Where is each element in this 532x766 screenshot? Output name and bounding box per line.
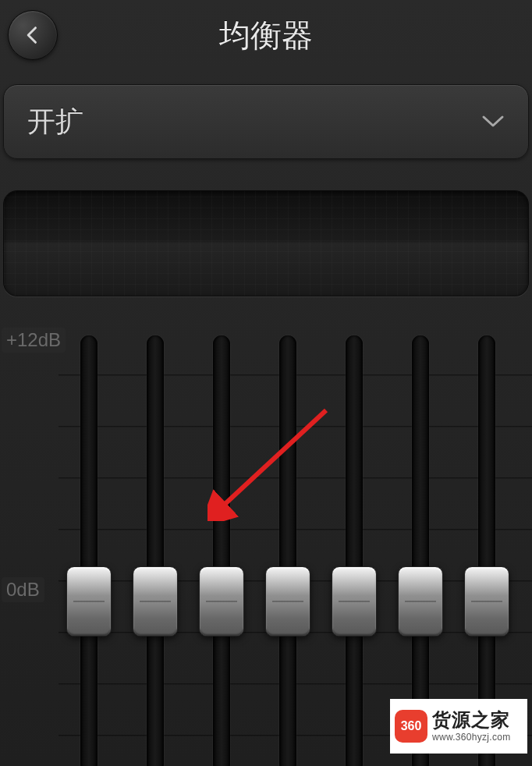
slider-track	[279, 335, 296, 766]
preset-selected-label: 开扩	[27, 103, 83, 141]
back-button[interactable]	[8, 10, 58, 60]
slider-track	[213, 335, 230, 766]
slider-thumb[interactable]	[199, 566, 244, 637]
slider-thumb[interactable]	[133, 566, 178, 637]
db-label-max: +12dB	[2, 328, 66, 353]
watermark: 360 货源之家 www.360hyzj.com	[390, 699, 527, 754]
page-title: 均衡器	[219, 14, 313, 57]
eq-slider-3[interactable]	[199, 335, 244, 766]
slider-track	[147, 335, 164, 766]
slider-thumb[interactable]	[464, 566, 509, 637]
eq-slider-4[interactable]	[265, 335, 310, 766]
slider-thumb[interactable]	[66, 566, 112, 637]
watermark-logo: 360	[395, 710, 427, 743]
eq-slider-2[interactable]	[133, 335, 178, 766]
eq-slider-5[interactable]	[332, 335, 377, 766]
slider-track	[80, 335, 98, 766]
chevron-left-icon	[22, 24, 44, 46]
header: 均衡器	[0, 0, 532, 70]
slider-track	[346, 335, 363, 766]
preset-selector[interactable]: 开扩	[3, 84, 529, 159]
slider-thumb[interactable]	[265, 566, 310, 637]
db-label-zero: 0dB	[2, 577, 44, 602]
eq-slider-1[interactable]	[66, 335, 112, 766]
slider-thumb[interactable]	[398, 566, 443, 637]
chevron-down-icon	[481, 115, 505, 129]
eq-visualizer	[3, 190, 529, 296]
watermark-text: 货源之家 www.360hyzj.com	[432, 709, 511, 743]
slider-thumb[interactable]	[332, 566, 377, 637]
